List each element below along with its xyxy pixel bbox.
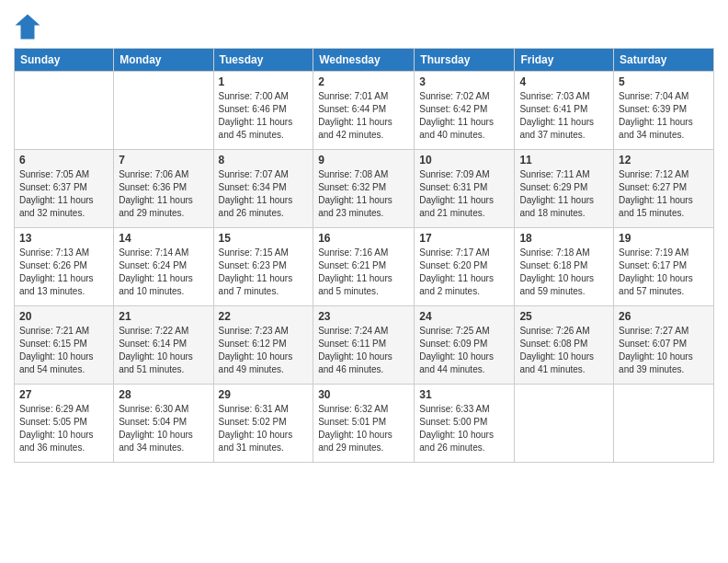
day-number: 20 — [19, 310, 108, 323]
day-info: Sunrise: 7:15 AM Sunset: 6:23 PM Dayligh… — [219, 247, 309, 298]
svg-marker-0 — [16, 15, 40, 40]
day-number: 5 — [619, 75, 709, 88]
calendar-cell: 16Sunrise: 7:16 AM Sunset: 6:21 PM Dayli… — [313, 228, 415, 306]
day-info: Sunrise: 7:06 AM Sunset: 6:36 PM Dayligh… — [119, 168, 208, 220]
day-number: 3 — [419, 75, 509, 88]
day-number: 28 — [119, 388, 208, 401]
day-number: 16 — [318, 232, 409, 245]
day-info: Sunrise: 7:16 AM Sunset: 6:21 PM Dayligh… — [318, 247, 409, 298]
day-number: 21 — [119, 310, 208, 323]
calendar-cell: 4Sunrise: 7:03 AM Sunset: 6:41 PM Daylig… — [515, 72, 614, 150]
day-number: 29 — [219, 388, 309, 401]
day-info: Sunrise: 6:29 AM Sunset: 5:05 PM Dayligh… — [19, 403, 108, 454]
logo — [14, 13, 43, 40]
calendar-cell: 23Sunrise: 7:24 AM Sunset: 6:11 PM Dayli… — [313, 306, 415, 385]
calendar-cell — [114, 72, 213, 150]
day-info: Sunrise: 7:27 AM Sunset: 6:07 PM Dayligh… — [619, 325, 709, 376]
calendar-cell: 27Sunrise: 6:29 AM Sunset: 5:05 PM Dayli… — [15, 385, 114, 463]
day-info: Sunrise: 7:23 AM Sunset: 6:12 PM Dayligh… — [219, 325, 309, 376]
calendar-cell: 8Sunrise: 7:07 AM Sunset: 6:34 PM Daylig… — [213, 150, 313, 228]
calendar-cell: 24Sunrise: 7:25 AM Sunset: 6:09 PM Dayli… — [415, 306, 515, 385]
calendar-cell: 29Sunrise: 6:31 AM Sunset: 5:02 PM Dayli… — [213, 385, 313, 463]
calendar-cell: 1Sunrise: 7:00 AM Sunset: 6:46 PM Daylig… — [213, 72, 313, 150]
calendar-cell: 2Sunrise: 7:01 AM Sunset: 6:44 PM Daylig… — [313, 72, 415, 150]
day-number: 6 — [19, 154, 108, 167]
day-number: 15 — [219, 232, 309, 245]
day-header-friday: Friday — [515, 49, 614, 72]
day-header-saturday: Saturday — [614, 49, 714, 72]
day-info: Sunrise: 7:04 AM Sunset: 6:39 PM Dayligh… — [619, 90, 709, 142]
calendar-cell: 9Sunrise: 7:08 AM Sunset: 6:32 PM Daylig… — [313, 150, 415, 228]
day-number: 11 — [519, 154, 609, 167]
calendar-cell: 13Sunrise: 7:13 AM Sunset: 6:26 PM Dayli… — [15, 228, 114, 306]
day-info: Sunrise: 7:02 AM Sunset: 6:42 PM Dayligh… — [419, 90, 509, 142]
day-info: Sunrise: 7:11 AM Sunset: 6:29 PM Dayligh… — [519, 168, 609, 220]
day-info: Sunrise: 7:19 AM Sunset: 6:17 PM Dayligh… — [619, 247, 709, 298]
calendar-cell: 21Sunrise: 7:22 AM Sunset: 6:14 PM Dayli… — [114, 306, 213, 385]
calendar-cell: 12Sunrise: 7:12 AM Sunset: 6:27 PM Dayli… — [614, 150, 714, 228]
day-number: 25 — [519, 310, 609, 323]
calendar-cell: 10Sunrise: 7:09 AM Sunset: 6:31 PM Dayli… — [415, 150, 515, 228]
calendar-cell: 25Sunrise: 7:26 AM Sunset: 6:08 PM Dayli… — [515, 306, 614, 385]
day-info: Sunrise: 7:26 AM Sunset: 6:08 PM Dayligh… — [519, 325, 609, 376]
day-info: Sunrise: 7:05 AM Sunset: 6:37 PM Dayligh… — [19, 168, 108, 220]
day-header-thursday: Thursday — [415, 49, 515, 72]
calendar-cell: 6Sunrise: 7:05 AM Sunset: 6:37 PM Daylig… — [15, 150, 114, 228]
day-number: 2 — [318, 75, 409, 88]
calendar-cell: 28Sunrise: 6:30 AM Sunset: 5:04 PM Dayli… — [114, 385, 213, 463]
day-info: Sunrise: 7:08 AM Sunset: 6:32 PM Dayligh… — [318, 168, 409, 220]
calendar-week-row: 27Sunrise: 6:29 AM Sunset: 5:05 PM Dayli… — [15, 385, 714, 463]
day-number: 4 — [519, 75, 609, 88]
day-info: Sunrise: 7:18 AM Sunset: 6:18 PM Dayligh… — [519, 247, 609, 298]
calendar-cell: 26Sunrise: 7:27 AM Sunset: 6:07 PM Dayli… — [614, 306, 714, 385]
day-number: 8 — [219, 154, 309, 167]
calendar-cell: 20Sunrise: 7:21 AM Sunset: 6:15 PM Dayli… — [15, 306, 114, 385]
calendar-cell: 30Sunrise: 6:32 AM Sunset: 5:01 PM Dayli… — [313, 385, 415, 463]
day-header-wednesday: Wednesday — [313, 49, 415, 72]
page-container: SundayMondayTuesdayWednesdayThursdayFrid… — [0, 0, 728, 472]
day-info: Sunrise: 7:00 AM Sunset: 6:46 PM Dayligh… — [219, 90, 309, 142]
calendar-cell: 31Sunrise: 6:33 AM Sunset: 5:00 PM Dayli… — [415, 385, 515, 463]
calendar-cell — [15, 72, 114, 150]
calendar-week-row: 13Sunrise: 7:13 AM Sunset: 6:26 PM Dayli… — [15, 228, 714, 306]
day-info: Sunrise: 7:25 AM Sunset: 6:09 PM Dayligh… — [419, 325, 509, 376]
day-number: 27 — [19, 388, 108, 401]
calendar-cell — [515, 385, 614, 463]
calendar-cell: 3Sunrise: 7:02 AM Sunset: 6:42 PM Daylig… — [415, 72, 515, 150]
day-number: 22 — [219, 310, 309, 323]
day-info: Sunrise: 7:07 AM Sunset: 6:34 PM Dayligh… — [219, 168, 309, 220]
day-info: Sunrise: 7:24 AM Sunset: 6:11 PM Dayligh… — [318, 325, 409, 376]
day-info: Sunrise: 6:33 AM Sunset: 5:00 PM Dayligh… — [419, 403, 509, 454]
calendar-cell: 7Sunrise: 7:06 AM Sunset: 6:36 PM Daylig… — [114, 150, 213, 228]
day-number: 1 — [219, 75, 309, 88]
day-info: Sunrise: 6:31 AM Sunset: 5:02 PM Dayligh… — [219, 403, 309, 454]
day-info: Sunrise: 7:09 AM Sunset: 6:31 PM Dayligh… — [419, 168, 509, 220]
day-number: 30 — [318, 388, 409, 401]
day-number: 31 — [419, 388, 509, 401]
day-info: Sunrise: 7:17 AM Sunset: 6:20 PM Dayligh… — [419, 247, 509, 298]
calendar-cell: 15Sunrise: 7:15 AM Sunset: 6:23 PM Dayli… — [213, 228, 313, 306]
day-info: Sunrise: 7:21 AM Sunset: 6:15 PM Dayligh… — [19, 325, 108, 376]
calendar-cell: 17Sunrise: 7:17 AM Sunset: 6:20 PM Dayli… — [415, 228, 515, 306]
calendar-week-row: 6Sunrise: 7:05 AM Sunset: 6:37 PM Daylig… — [15, 150, 714, 228]
calendar-table: SundayMondayTuesdayWednesdayThursdayFrid… — [14, 48, 714, 463]
calendar-cell: 18Sunrise: 7:18 AM Sunset: 6:18 PM Dayli… — [515, 228, 614, 306]
day-number: 24 — [419, 310, 509, 323]
day-number: 14 — [119, 232, 208, 245]
header — [14, 9, 714, 40]
day-number: 9 — [318, 154, 409, 167]
day-number: 18 — [519, 232, 609, 245]
day-number: 10 — [419, 154, 509, 167]
day-info: Sunrise: 6:32 AM Sunset: 5:01 PM Dayligh… — [318, 403, 409, 454]
day-number: 13 — [19, 232, 108, 245]
day-number: 17 — [419, 232, 509, 245]
calendar-week-row: 1Sunrise: 7:00 AM Sunset: 6:46 PM Daylig… — [15, 72, 714, 150]
calendar-cell: 5Sunrise: 7:04 AM Sunset: 6:39 PM Daylig… — [614, 72, 714, 150]
day-info: Sunrise: 7:01 AM Sunset: 6:44 PM Dayligh… — [318, 90, 409, 142]
day-info: Sunrise: 7:12 AM Sunset: 6:27 PM Dayligh… — [619, 168, 709, 220]
day-info: Sunrise: 6:30 AM Sunset: 5:04 PM Dayligh… — [119, 403, 208, 454]
calendar-cell — [614, 385, 714, 463]
calendar-cell: 19Sunrise: 7:19 AM Sunset: 6:17 PM Dayli… — [614, 228, 714, 306]
calendar-header-row: SundayMondayTuesdayWednesdayThursdayFrid… — [15, 49, 714, 72]
calendar-cell: 22Sunrise: 7:23 AM Sunset: 6:12 PM Dayli… — [213, 306, 313, 385]
